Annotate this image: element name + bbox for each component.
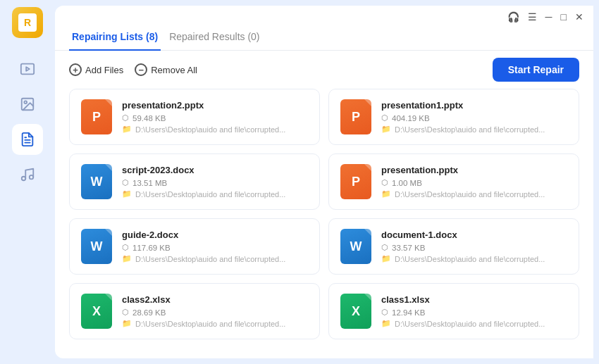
tab-repaired-results[interactable]: Repaired Results (0) xyxy=(166,25,262,51)
file-path: 📁 D:\Users\Desktop\auido and file\corrup… xyxy=(122,125,308,134)
main-panel: 🎧 ☰ ─ □ ✕ Repairing Lists (8) Repaired R… xyxy=(55,6,593,358)
file-card: Xclass2.xlsx⬡ 28.69 KB📁 D:\Users\Desktop… xyxy=(69,283,320,339)
folder-icon: 📁 xyxy=(381,254,391,263)
start-repair-button[interactable]: Start Repair xyxy=(493,58,579,82)
size-icon: ⬡ xyxy=(122,243,129,252)
file-size: ⬡ 13.51 MB xyxy=(122,178,308,187)
size-icon: ⬡ xyxy=(122,308,129,317)
file-path: 📁 D:\Users\Desktop\auido and file\corrup… xyxy=(381,189,567,199)
headphones-icon[interactable]: 🎧 xyxy=(507,11,519,23)
file-info: presentation1.pptx⬡ 404.19 KB📁 D:\Users\… xyxy=(381,100,567,134)
add-files-button[interactable]: + Add Files xyxy=(69,63,123,76)
file-name: class1.xlsx xyxy=(381,294,567,305)
folder-icon: 📁 xyxy=(122,319,132,328)
file-size-value: 33.57 KB xyxy=(392,244,425,252)
file-type-icon: X xyxy=(81,294,112,329)
file-size: ⬡ 33.57 KB xyxy=(381,243,567,252)
file-size: ⬡ 28.69 KB xyxy=(122,308,308,317)
svg-marker-1 xyxy=(26,67,30,71)
file-name: class2.xlsx xyxy=(122,294,308,305)
file-card: Ppresentation.pptx⬡ 1.00 MB📁 D:\Users\De… xyxy=(328,153,579,210)
file-type-icon: X xyxy=(340,294,371,329)
file-card: Wguide-2.docx⬡ 117.69 KB📁 D:\Users\Deskt… xyxy=(69,218,320,275)
sidebar-item-music[interactable] xyxy=(12,159,43,190)
file-size-value: 404.19 KB xyxy=(392,114,430,123)
close-icon[interactable]: ✕ xyxy=(575,11,583,23)
file-path-value: D:\Users\Desktop\auido and file\corrupte… xyxy=(395,190,545,199)
file-path-value: D:\Users\Desktop\auido and file\corrupte… xyxy=(395,255,545,263)
sidebar: R xyxy=(0,0,55,364)
file-size-value: 1.00 MB xyxy=(392,179,422,187)
remove-all-button[interactable]: − Remove All xyxy=(135,63,197,76)
minimize-icon[interactable]: ─ xyxy=(545,11,552,23)
file-type-icon: W xyxy=(340,229,371,264)
sidebar-item-image[interactable] xyxy=(12,89,43,120)
file-type-icon: P xyxy=(340,164,371,199)
file-path-value: D:\Users\Desktop\auido and file\corrupte… xyxy=(395,125,545,134)
folder-icon: 📁 xyxy=(381,319,391,328)
folder-icon: 📁 xyxy=(381,189,391,199)
file-type-icon: W xyxy=(81,164,112,199)
titlebar: 🎧 ☰ ─ □ ✕ xyxy=(55,6,593,25)
file-size-value: 28.69 KB xyxy=(132,308,166,317)
file-path-value: D:\Users\Desktop\auido and file\corrupte… xyxy=(135,190,285,199)
file-size: ⬡ 117.69 KB xyxy=(122,243,308,252)
file-name: guide-2.docx xyxy=(122,230,308,240)
file-info: class2.xlsx⬡ 28.69 KB📁 D:\Users\Desktop\… xyxy=(122,294,308,328)
svg-rect-0 xyxy=(21,64,34,75)
file-card: Wdocument-1.docx⬡ 33.57 KB📁 D:\Users\Des… xyxy=(328,218,579,275)
file-size: ⬡ 12.94 KB xyxy=(381,308,567,317)
file-type-icon: W xyxy=(81,229,112,264)
file-info: presentation.pptx⬡ 1.00 MB📁 D:\Users\Des… xyxy=(381,165,567,199)
folder-icon: 📁 xyxy=(122,254,132,263)
file-path-value: D:\Users\Desktop\auido and file\corrupte… xyxy=(135,320,285,328)
file-card: Wscript-2023.docx⬡ 13.51 MB📁 D:\Users\De… xyxy=(69,153,320,210)
file-info: presentation2.pptx⬡ 59.48 KB📁 D:\Users\D… xyxy=(122,100,308,134)
folder-icon: 📁 xyxy=(122,125,132,134)
file-card: Ppresentation1.pptx⬡ 404.19 KB📁 D:\Users… xyxy=(328,89,579,145)
file-size-value: 13.51 MB xyxy=(132,179,167,187)
toolbar-left: + Add Files − Remove All xyxy=(69,63,197,76)
remove-icon: − xyxy=(135,63,147,76)
size-icon: ⬡ xyxy=(381,308,388,317)
file-info: script-2023.docx⬡ 13.51 MB📁 D:\Users\Des… xyxy=(122,165,308,199)
file-path: 📁 D:\Users\Desktop\auido and file\corrup… xyxy=(381,125,567,134)
file-path: 📁 D:\Users\Desktop\auido and file\corrup… xyxy=(381,254,567,263)
file-size-value: 12.94 KB xyxy=(392,308,425,317)
file-path-value: D:\Users\Desktop\auido and file\corrupte… xyxy=(395,320,545,328)
file-size-value: 59.48 KB xyxy=(132,114,166,123)
sidebar-item-video[interactable] xyxy=(12,54,43,84)
svg-point-3 xyxy=(24,101,27,103)
file-card: Ppresentation2.pptx⬡ 59.48 KB📁 D:\Users\… xyxy=(69,89,320,145)
file-name: document-1.docx xyxy=(381,230,567,240)
file-size: ⬡ 59.48 KB xyxy=(122,113,308,123)
menu-icon[interactable]: ☰ xyxy=(528,11,537,23)
file-info: class1.xlsx⬡ 12.94 KB📁 D:\Users\Desktop\… xyxy=(381,294,567,328)
file-size-value: 117.69 KB xyxy=(132,244,171,252)
file-name: presentation2.pptx xyxy=(122,100,308,111)
file-info: guide-2.docx⬡ 117.69 KB📁 D:\Users\Deskto… xyxy=(122,230,308,263)
folder-icon: 📁 xyxy=(381,125,391,134)
maximize-icon[interactable]: □ xyxy=(561,11,567,23)
file-path: 📁 D:\Users\Desktop\auido and file\corrup… xyxy=(381,319,567,328)
file-path-value: D:\Users\Desktop\auido and file\corrupte… xyxy=(135,125,285,134)
size-icon: ⬡ xyxy=(122,178,129,187)
tab-repairing-lists[interactable]: Repairing Lists (8) xyxy=(69,25,161,51)
file-name: presentation1.pptx xyxy=(381,100,567,111)
add-icon: + xyxy=(69,63,82,76)
toolbar: + Add Files − Remove All Start Repair xyxy=(55,51,593,89)
svg-point-8 xyxy=(30,175,34,180)
file-info: document-1.docx⬡ 33.57 KB📁 D:\Users\Desk… xyxy=(381,230,567,263)
sidebar-item-document[interactable] xyxy=(12,124,43,155)
add-files-label: Add Files xyxy=(85,65,123,75)
file-name: presentation.pptx xyxy=(381,165,567,175)
file-path-value: D:\Users\Desktop\auido and file\corrupte… xyxy=(135,255,285,263)
file-path: 📁 D:\Users\Desktop\auido and file\corrup… xyxy=(122,254,308,263)
svg-point-7 xyxy=(22,177,26,181)
size-icon: ⬡ xyxy=(122,113,129,123)
app-logo: R xyxy=(12,7,43,38)
file-type-icon: P xyxy=(340,99,371,134)
file-path: 📁 D:\Users\Desktop\auido and file\corrup… xyxy=(122,319,308,328)
file-name: script-2023.docx xyxy=(122,165,308,175)
file-card: Xclass1.xlsx⬡ 12.94 KB📁 D:\Users\Desktop… xyxy=(328,283,579,339)
